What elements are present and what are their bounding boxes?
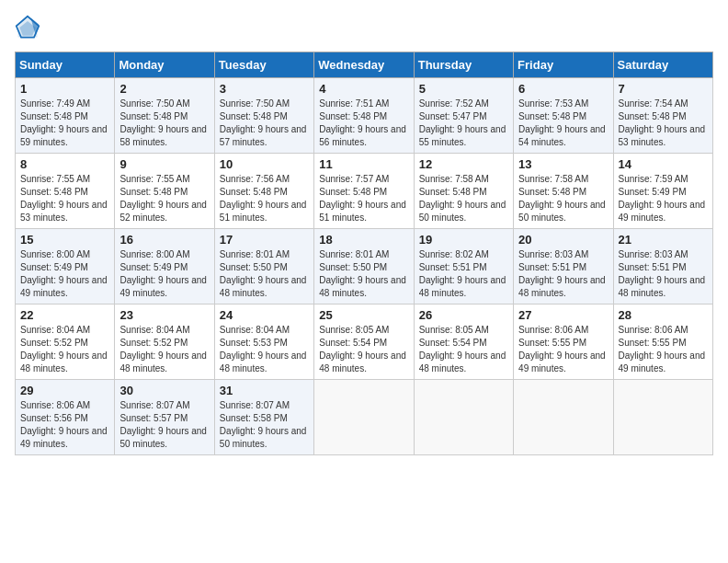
column-header-saturday: Saturday (613, 52, 712, 78)
calendar-day-cell: 26Sunrise: 8:05 AM Sunset: 5:54 PM Dayli… (414, 304, 513, 380)
calendar-day-cell: 20Sunrise: 8:03 AM Sunset: 5:51 PM Dayli… (514, 229, 613, 304)
calendar-day-cell: 7Sunrise: 7:54 AM Sunset: 5:48 PM Daylig… (613, 78, 712, 154)
calendar-day-cell (613, 380, 712, 455)
day-number: 10 (220, 157, 309, 171)
calendar-day-cell (314, 380, 414, 455)
day-number: 28 (619, 308, 708, 322)
day-info: Sunrise: 8:07 AM Sunset: 5:58 PM Dayligh… (220, 399, 309, 451)
day-info: Sunrise: 8:03 AM Sunset: 5:51 PM Dayligh… (619, 248, 708, 300)
calendar-table: SundayMondayTuesdayWednesdayThursdayFrid… (15, 52, 713, 455)
day-info: Sunrise: 8:07 AM Sunset: 5:57 PM Dayligh… (119, 399, 209, 451)
day-number: 14 (619, 157, 708, 171)
day-number: 24 (220, 308, 309, 322)
day-number: 4 (319, 82, 408, 96)
day-info: Sunrise: 8:06 AM Sunset: 5:55 PM Dayligh… (619, 324, 708, 375)
calendar-day-cell: 21Sunrise: 8:03 AM Sunset: 5:51 PM Dayli… (613, 229, 712, 304)
day-number: 12 (419, 157, 508, 171)
day-number: 8 (20, 157, 109, 171)
calendar-day-cell: 29Sunrise: 8:06 AM Sunset: 5:56 PM Dayli… (16, 380, 115, 455)
calendar-day-cell: 1Sunrise: 7:49 AM Sunset: 5:48 PM Daylig… (16, 78, 115, 154)
day-info: Sunrise: 8:05 AM Sunset: 5:54 PM Dayligh… (319, 324, 408, 375)
calendar-day-cell: 30Sunrise: 8:07 AM Sunset: 5:57 PM Dayli… (115, 380, 214, 455)
day-info: Sunrise: 8:06 AM Sunset: 5:55 PM Dayligh… (518, 324, 608, 375)
calendar-day-cell: 11Sunrise: 7:57 AM Sunset: 5:48 PM Dayli… (314, 154, 414, 229)
day-number: 27 (518, 308, 608, 322)
calendar-day-cell: 31Sunrise: 8:07 AM Sunset: 5:58 PM Dayli… (214, 380, 313, 455)
column-header-tuesday: Tuesday (214, 52, 313, 78)
day-number: 25 (319, 308, 408, 322)
day-info: Sunrise: 8:00 AM Sunset: 5:49 PM Dayligh… (20, 248, 109, 300)
calendar-day-cell: 4Sunrise: 7:51 AM Sunset: 5:48 PM Daylig… (314, 78, 414, 154)
logo (15, 15, 44, 40)
calendar-day-cell: 9Sunrise: 7:55 AM Sunset: 5:48 PM Daylig… (115, 154, 214, 229)
day-info: Sunrise: 7:49 AM Sunset: 5:48 PM Dayligh… (20, 98, 109, 149)
day-info: Sunrise: 7:54 AM Sunset: 5:48 PM Dayligh… (619, 98, 708, 149)
day-info: Sunrise: 8:05 AM Sunset: 5:54 PM Dayligh… (419, 324, 508, 375)
calendar-day-cell: 15Sunrise: 8:00 AM Sunset: 5:49 PM Dayli… (16, 229, 115, 304)
calendar-week-row: 8Sunrise: 7:55 AM Sunset: 5:48 PM Daylig… (16, 154, 713, 229)
column-header-wednesday: Wednesday (314, 52, 414, 78)
day-number: 6 (518, 82, 608, 96)
calendar-day-cell: 22Sunrise: 8:04 AM Sunset: 5:52 PM Dayli… (16, 304, 115, 380)
day-number: 18 (319, 233, 408, 247)
calendar-day-cell (414, 380, 513, 455)
calendar-header-row: SundayMondayTuesdayWednesdayThursdayFrid… (16, 52, 713, 78)
day-info: Sunrise: 7:52 AM Sunset: 5:47 PM Dayligh… (419, 98, 508, 149)
calendar-day-cell: 28Sunrise: 8:06 AM Sunset: 5:55 PM Dayli… (613, 304, 712, 380)
day-number: 31 (220, 384, 309, 397)
calendar-day-cell: 27Sunrise: 8:06 AM Sunset: 5:55 PM Dayli… (514, 304, 613, 380)
day-info: Sunrise: 7:58 AM Sunset: 5:48 PM Dayligh… (419, 173, 508, 224)
calendar-day-cell: 3Sunrise: 7:50 AM Sunset: 5:48 PM Daylig… (214, 78, 313, 154)
day-info: Sunrise: 7:50 AM Sunset: 5:48 PM Dayligh… (220, 98, 309, 149)
column-header-monday: Monday (115, 52, 214, 78)
day-info: Sunrise: 8:02 AM Sunset: 5:51 PM Dayligh… (419, 248, 508, 300)
day-info: Sunrise: 7:51 AM Sunset: 5:48 PM Dayligh… (319, 98, 408, 149)
calendar-week-row: 29Sunrise: 8:06 AM Sunset: 5:56 PM Dayli… (16, 380, 713, 455)
day-number: 15 (20, 233, 109, 247)
day-number: 22 (20, 308, 109, 322)
column-header-thursday: Thursday (414, 52, 513, 78)
day-number: 29 (20, 384, 109, 397)
day-number: 23 (119, 308, 209, 322)
calendar-day-cell (514, 380, 613, 455)
day-info: Sunrise: 7:50 AM Sunset: 5:48 PM Dayligh… (119, 98, 209, 149)
calendar-day-cell: 18Sunrise: 8:01 AM Sunset: 5:50 PM Dayli… (314, 229, 414, 304)
day-number: 2 (119, 82, 209, 96)
calendar-day-cell: 16Sunrise: 8:00 AM Sunset: 5:49 PM Dayli… (115, 229, 214, 304)
day-number: 17 (220, 233, 309, 247)
calendar-day-cell: 23Sunrise: 8:04 AM Sunset: 5:52 PM Dayli… (115, 304, 214, 380)
day-number: 21 (619, 233, 708, 247)
day-info: Sunrise: 8:04 AM Sunset: 5:52 PM Dayligh… (20, 324, 109, 375)
day-info: Sunrise: 8:04 AM Sunset: 5:53 PM Dayligh… (220, 324, 309, 375)
day-info: Sunrise: 7:56 AM Sunset: 5:48 PM Dayligh… (220, 173, 309, 224)
calendar-week-row: 15Sunrise: 8:00 AM Sunset: 5:49 PM Dayli… (16, 229, 713, 304)
day-info: Sunrise: 8:04 AM Sunset: 5:52 PM Dayligh… (119, 324, 209, 375)
day-number: 20 (518, 233, 608, 247)
day-number: 3 (220, 82, 309, 96)
day-info: Sunrise: 8:03 AM Sunset: 5:51 PM Dayligh… (518, 248, 608, 300)
day-info: Sunrise: 7:59 AM Sunset: 5:49 PM Dayligh… (619, 173, 708, 224)
day-info: Sunrise: 8:06 AM Sunset: 5:56 PM Dayligh… (20, 399, 109, 451)
day-number: 16 (119, 233, 209, 247)
logo-icon (15, 15, 40, 40)
day-info: Sunrise: 7:58 AM Sunset: 5:48 PM Dayligh… (518, 173, 608, 224)
column-header-sunday: Sunday (16, 52, 115, 78)
calendar-day-cell: 13Sunrise: 7:58 AM Sunset: 5:48 PM Dayli… (514, 154, 613, 229)
day-info: Sunrise: 8:01 AM Sunset: 5:50 PM Dayligh… (319, 248, 408, 300)
calendar-day-cell: 12Sunrise: 7:58 AM Sunset: 5:48 PM Dayli… (414, 154, 513, 229)
calendar-week-row: 22Sunrise: 8:04 AM Sunset: 5:52 PM Dayli… (16, 304, 713, 380)
day-info: Sunrise: 7:53 AM Sunset: 5:48 PM Dayligh… (518, 98, 608, 149)
day-number: 26 (419, 308, 508, 322)
calendar-day-cell: 6Sunrise: 7:53 AM Sunset: 5:48 PM Daylig… (514, 78, 613, 154)
calendar-day-cell: 5Sunrise: 7:52 AM Sunset: 5:47 PM Daylig… (414, 78, 513, 154)
calendar-day-cell: 8Sunrise: 7:55 AM Sunset: 5:48 PM Daylig… (16, 154, 115, 229)
column-header-friday: Friday (514, 52, 613, 78)
calendar-day-cell: 19Sunrise: 8:02 AM Sunset: 5:51 PM Dayli… (414, 229, 513, 304)
day-info: Sunrise: 7:57 AM Sunset: 5:48 PM Dayligh… (319, 173, 408, 224)
calendar-week-row: 1Sunrise: 7:49 AM Sunset: 5:48 PM Daylig… (16, 78, 713, 154)
calendar-day-cell: 2Sunrise: 7:50 AM Sunset: 5:48 PM Daylig… (115, 78, 214, 154)
calendar-day-cell: 24Sunrise: 8:04 AM Sunset: 5:53 PM Dayli… (214, 304, 313, 380)
calendar-day-cell: 17Sunrise: 8:01 AM Sunset: 5:50 PM Dayli… (214, 229, 313, 304)
day-info: Sunrise: 8:01 AM Sunset: 5:50 PM Dayligh… (220, 248, 309, 300)
day-number: 30 (119, 384, 209, 397)
